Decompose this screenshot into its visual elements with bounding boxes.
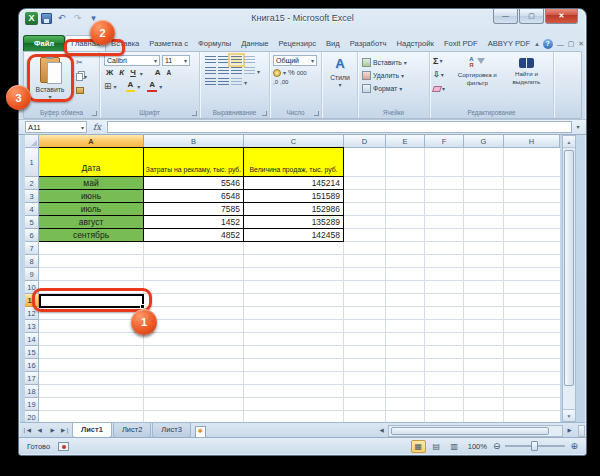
- bold-button[interactable]: Ж: [104, 68, 115, 78]
- dialog-launcher-icon[interactable]: [262, 111, 267, 116]
- row-header-3[interactable]: 3: [25, 190, 39, 203]
- row-header-16[interactable]: 16: [25, 359, 39, 372]
- prev-sheet-icon[interactable]: ◀: [33, 423, 46, 438]
- maximize-button[interactable]: ▢: [519, 9, 544, 24]
- insert-cells-button[interactable]: Вставить▾: [362, 56, 427, 69]
- vertical-scrollbar[interactable]: ▴ ▾: [562, 135, 576, 422]
- font-color-button[interactable]: А: [147, 80, 157, 92]
- styles-button[interactable]: А Стили ▾: [325, 56, 355, 106]
- font-family-combo[interactable]: Calibri▾: [104, 55, 160, 66]
- cell-ad-value[interactable]: 6548: [144, 190, 244, 203]
- row-header-2[interactable]: 2: [25, 177, 39, 190]
- merge-center-icon[interactable]: [244, 67, 255, 75]
- cell-sales-value[interactable]: 152986: [244, 203, 344, 216]
- column-header-F[interactable]: F: [425, 135, 464, 148]
- cell-month[interactable]: июнь: [39, 190, 144, 203]
- row-header-19[interactable]: 19: [25, 398, 39, 411]
- sheet-tab-лист2[interactable]: Лист2: [113, 423, 151, 438]
- decrease-indent-icon[interactable]: [205, 78, 216, 86]
- grow-font-button[interactable]: А: [153, 68, 163, 78]
- horizontal-scroll-thumb[interactable]: [391, 427, 549, 435]
- align-middle-icon[interactable]: [218, 56, 229, 64]
- scroll-up-icon[interactable]: ▴: [563, 136, 575, 148]
- delete-cells-button[interactable]: Удалить▾: [362, 69, 427, 82]
- row-header-14[interactable]: 14: [25, 333, 39, 346]
- cell-ad-value[interactable]: 1452: [144, 216, 244, 229]
- first-sheet-icon[interactable]: ❘◀: [20, 423, 33, 438]
- accounting-format-icon[interactable]: [273, 69, 281, 77]
- tab-разработч[interactable]: Разработч: [345, 36, 392, 51]
- horizontal-scrollbar[interactable]: ◀ ▶: [375, 423, 585, 438]
- tab-надстройк[interactable]: Надстройк: [391, 36, 438, 51]
- column-header-G[interactable]: G: [464, 135, 504, 148]
- row-header-1[interactable]: 1: [25, 148, 39, 177]
- scroll-down-icon[interactable]: ▾: [563, 409, 575, 421]
- dialog-launcher-icon[interactable]: [192, 111, 197, 116]
- tab-вид[interactable]: Вид: [321, 36, 345, 51]
- decrease-decimal-button[interactable]: ,00: [280, 79, 288, 85]
- cell-month[interactable]: май: [39, 177, 144, 190]
- row-header-13[interactable]: 13: [25, 320, 39, 333]
- cell-ad-value[interactable]: 4852: [144, 229, 244, 242]
- column-header-H[interactable]: H: [504, 135, 560, 148]
- macro-record-icon[interactable]: [58, 442, 69, 451]
- page-layout-view-icon[interactable]: ▤: [429, 440, 444, 453]
- tab-формулы[interactable]: Формулы: [193, 36, 236, 51]
- formula-input[interactable]: [107, 121, 572, 133]
- row-header-6[interactable]: 6: [25, 229, 39, 242]
- align-right-icon[interactable]: [231, 67, 242, 75]
- name-box-dropdown-icon[interactable]: ▾: [81, 124, 84, 131]
- orientation-icon[interactable]: [231, 78, 242, 86]
- sheet-tab-лист1[interactable]: Лист1: [72, 423, 112, 438]
- align-center-icon[interactable]: [218, 67, 229, 75]
- copy-button[interactable]: ▾: [76, 71, 94, 82]
- column-header-D[interactable]: D: [344, 135, 386, 148]
- row-header-15[interactable]: 15: [25, 346, 39, 359]
- align-top-icon[interactable]: [205, 56, 216, 64]
- borders-icon[interactable]: ⊞: [104, 82, 112, 91]
- underline-button[interactable]: Ч: [128, 68, 138, 78]
- table-header-cell[interactable]: Дата: [39, 148, 144, 177]
- shrink-font-button[interactable]: А: [165, 68, 174, 78]
- cell-month[interactable]: август: [39, 216, 144, 229]
- hscroll-left-icon[interactable]: ◀: [375, 423, 388, 438]
- spreadsheet-grid[interactable]: ABCDEFGH1234567891011121314151617181920Д…: [25, 135, 560, 422]
- zoom-slider[interactable]: [505, 445, 565, 447]
- minimize-button[interactable]: —: [493, 9, 518, 24]
- align-left-icon[interactable]: [205, 67, 216, 75]
- tab-file[interactable]: Файл: [23, 35, 65, 51]
- zoom-level[interactable]: 100%: [468, 442, 487, 451]
- tab-abbyy-pdf[interactable]: ABBYY PDF: [483, 36, 536, 51]
- comma-style-button[interactable]: 000: [297, 70, 307, 76]
- format-cells-button[interactable]: Формат▾: [362, 82, 427, 95]
- sheet-tab-лист3[interactable]: Лист3: [152, 423, 190, 438]
- percent-style-button[interactable]: %: [288, 68, 295, 77]
- increase-decimal-button[interactable]: ,0: [273, 79, 278, 85]
- cell-month[interactable]: сентябрь: [39, 229, 144, 242]
- cell-month[interactable]: июль: [39, 203, 144, 216]
- cell-sales-value[interactable]: 142458: [244, 229, 344, 242]
- fill-button[interactable]: ⇩▾: [433, 69, 451, 80]
- cell-sales-value[interactable]: 151589: [244, 190, 344, 203]
- normal-view-icon[interactable]: ▦: [411, 440, 426, 453]
- help-icon[interactable]: ?: [543, 39, 553, 49]
- vertical-scroll-thumb[interactable]: [564, 150, 574, 386]
- italic-button[interactable]: К: [117, 68, 126, 78]
- zoom-slider-thumb[interactable]: [531, 441, 538, 451]
- row-header-8[interactable]: 8: [25, 255, 39, 268]
- cell-ad-value[interactable]: 7585: [144, 203, 244, 216]
- name-box[interactable]: A11 ▾: [25, 121, 87, 133]
- zoom-out-icon[interactable]: ⊖: [493, 441, 501, 451]
- last-sheet-icon[interactable]: ▶❘: [59, 423, 72, 438]
- column-header-E[interactable]: E: [386, 135, 425, 148]
- row-header-20[interactable]: 20: [25, 411, 39, 422]
- wrap-text-icon[interactable]: [244, 56, 255, 64]
- zoom-in-icon[interactable]: ⊕: [570, 441, 578, 451]
- fill-color-button[interactable]: А: [126, 80, 136, 92]
- cell-sales-value[interactable]: 145214: [244, 177, 344, 190]
- row-header-18[interactable]: 18: [25, 385, 39, 398]
- tab-рецензирс[interactable]: Рецензирс: [274, 36, 321, 51]
- row-header-7[interactable]: 7: [25, 242, 39, 255]
- format-painter-button[interactable]: [76, 85, 94, 96]
- dialog-launcher-icon[interactable]: [92, 111, 97, 116]
